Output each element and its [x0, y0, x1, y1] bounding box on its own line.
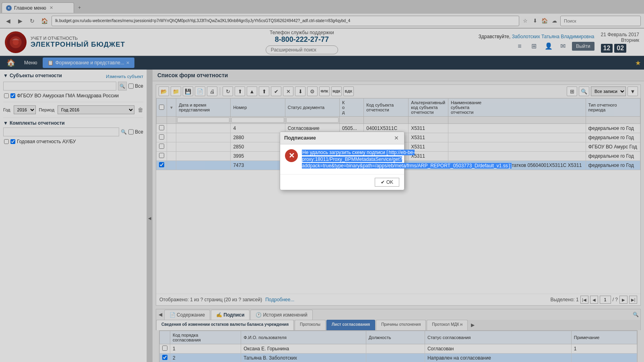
modal-close-button[interactable]: ✕ [393, 134, 400, 142]
ok-check-icon: ✔ [381, 179, 385, 185]
modal-title: Подписание [284, 135, 316, 141]
modal-overlay: Подписание ✕ ✕ Не удалось загрузить схем… [0, 0, 644, 362]
ok-label: OK [386, 179, 393, 185]
modal-header: Подписание ✕ [280, 132, 404, 144]
modal-body: ✕ Не удалось загрузить схему подписи [ht… [280, 144, 404, 174]
modal-ok-button[interactable]: ✔ OK [375, 178, 399, 187]
modal-error-end-text: ]: [508, 163, 512, 169]
modal-error-plain-text: Не удалось загрузить схему подписи [ [302, 150, 388, 155]
modal-error-text: Не удалось загрузить схему подписи [http… [302, 149, 512, 169]
modal-dialog: Подписание ✕ ✕ Не удалось загрузить схем… [280, 132, 405, 190]
modal-error-icon: ✕ [285, 149, 298, 162]
modal-footer: ✔ OK [280, 174, 404, 190]
